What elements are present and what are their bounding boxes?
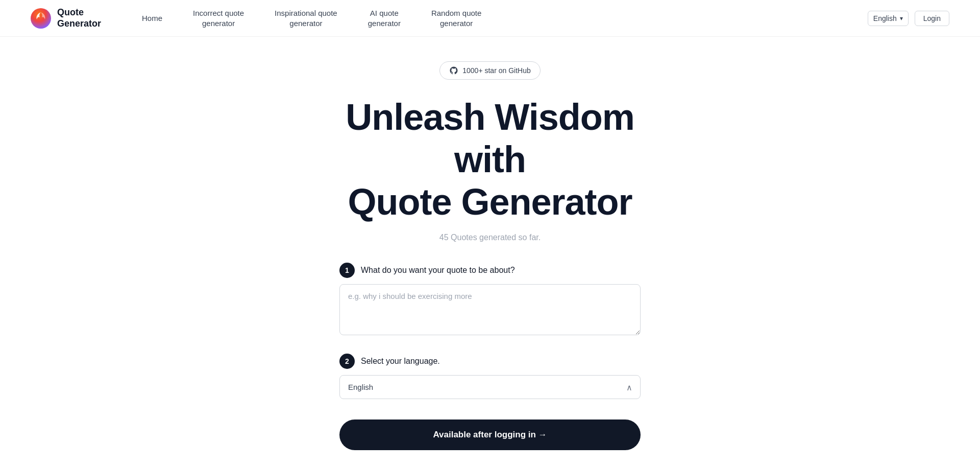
quote-topic-input[interactable] bbox=[339, 284, 641, 335]
github-icon bbox=[449, 66, 458, 75]
step-1-badge: 1 bbox=[339, 263, 355, 278]
step-1-label: What do you want your quote to be about? bbox=[361, 266, 515, 275]
nav-random[interactable]: Random quote generator bbox=[431, 8, 481, 28]
github-badge[interactable]: 1000+ star on GitHub bbox=[439, 61, 540, 80]
nav-inspirational[interactable]: Inspirational quote generator bbox=[275, 8, 337, 28]
main-nav: Home Incorrect quote generator Inspirati… bbox=[142, 8, 868, 28]
quote-form: 1 What do you want your quote to be abou… bbox=[339, 263, 641, 450]
step-1-section: 1 What do you want your quote to be abou… bbox=[339, 263, 641, 337]
logo-icon bbox=[31, 8, 51, 29]
step-2-section: 2 Select your language. EnglishSpanishFr… bbox=[339, 354, 641, 399]
nav-home[interactable]: Home bbox=[142, 13, 162, 24]
chevron-down-icon: ▾ bbox=[900, 15, 903, 22]
step-2-badge: 2 bbox=[339, 354, 355, 369]
language-label-header: English bbox=[873, 14, 897, 22]
submit-button[interactable]: Available after logging in → bbox=[339, 420, 641, 450]
language-dropdown-wrapper: EnglishSpanishFrenchGermanJapaneseChines… bbox=[339, 375, 641, 399]
header-right: English ▾ Login bbox=[868, 11, 949, 26]
nav-ai[interactable]: AI quote generator bbox=[368, 8, 401, 28]
step-2-label: Select your language. bbox=[361, 357, 440, 366]
hero-subtitle: 45 Quotes generated so far. bbox=[439, 233, 541, 242]
nav-incorrect[interactable]: Incorrect quote generator bbox=[193, 8, 244, 28]
logo-text: QuoteGenerator bbox=[57, 7, 101, 29]
header: QuoteGenerator Home Incorrect quote gene… bbox=[0, 0, 980, 37]
logo[interactable]: QuoteGenerator bbox=[31, 7, 101, 29]
main-content: 1000+ star on GitHub Unleash Wisdom with… bbox=[0, 37, 980, 466]
hero-heading: Unleash Wisdom with Quote Generator bbox=[311, 96, 669, 223]
language-select-input[interactable]: EnglishSpanishFrenchGermanJapaneseChines… bbox=[339, 375, 641, 399]
step-1-header: 1 What do you want your quote to be abou… bbox=[339, 263, 641, 278]
svg-point-0 bbox=[31, 8, 51, 29]
github-badge-text: 1000+ star on GitHub bbox=[462, 66, 530, 75]
step-2-header: 2 Select your language. bbox=[339, 354, 641, 369]
login-button[interactable]: Login bbox=[915, 11, 949, 26]
language-selector-header[interactable]: English ▾ bbox=[868, 11, 909, 26]
